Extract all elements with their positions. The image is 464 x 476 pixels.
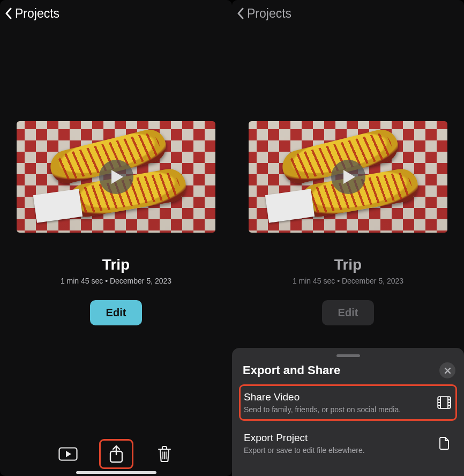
project-meta: 1 min 45 sec • December 5, 2023 [61,277,171,285]
bottom-toolbar [0,441,232,467]
share-icon [109,445,124,463]
export-project-subtitle: Export or save to edit file elsewhere. [244,446,436,455]
close-button[interactable] [439,362,455,378]
sheet-grabber[interactable] [336,354,360,357]
share-video-subtitle: Send to family, friends, or post on soci… [244,405,436,414]
back-chevron-icon [235,6,246,21]
screen-project-detail: Projects Trip 1 min 45 sec • December 5,… [0,0,232,476]
delete-button[interactable] [149,441,180,467]
back-label: Projects [247,6,291,21]
project-thumbnail[interactable] [17,121,215,233]
file-icon [436,436,452,450]
back-chevron-icon[interactable] [3,6,14,21]
preview-button[interactable] [53,441,84,467]
project-title: Trip [102,256,130,273]
nav-header: Projects [232,0,464,26]
play-icon [110,169,124,185]
share-button[interactable] [101,441,132,467]
play-overlay[interactable] [99,160,133,194]
edit-button[interactable]: Edit [90,300,143,325]
project-title: Trip [334,256,362,273]
project-thumbnail [249,121,447,233]
share-video-title: Share Video [244,391,436,403]
sheet-title: Export and Share [243,363,340,377]
export-project-title: Export Project [244,432,436,444]
preview-icon [58,447,78,461]
screen-export-sheet: Projects Trip 1 min 45 sec • December 5,… [232,0,464,476]
export-project-row[interactable]: Export Project Export or save to edit fi… [241,427,455,460]
trash-icon [157,445,172,463]
share-video-row[interactable]: Share Video Send to family, friends, or … [241,386,455,419]
play-overlay [331,160,365,194]
play-icon [342,169,356,185]
film-icon [436,396,452,409]
edit-button: Edit [322,300,375,325]
project-meta: 1 min 45 sec • December 5, 2023 [293,277,403,285]
back-label[interactable]: Projects [15,6,59,21]
sheet-header: Export and Share [241,362,455,378]
content-area: Trip 1 min 45 sec • December 5, 2023 Edi… [0,26,232,476]
close-icon [444,367,451,374]
home-indicator[interactable] [76,471,156,474]
nav-header: Projects [0,0,232,26]
export-share-sheet: Export and Share Share Video Send to fam… [232,348,464,476]
